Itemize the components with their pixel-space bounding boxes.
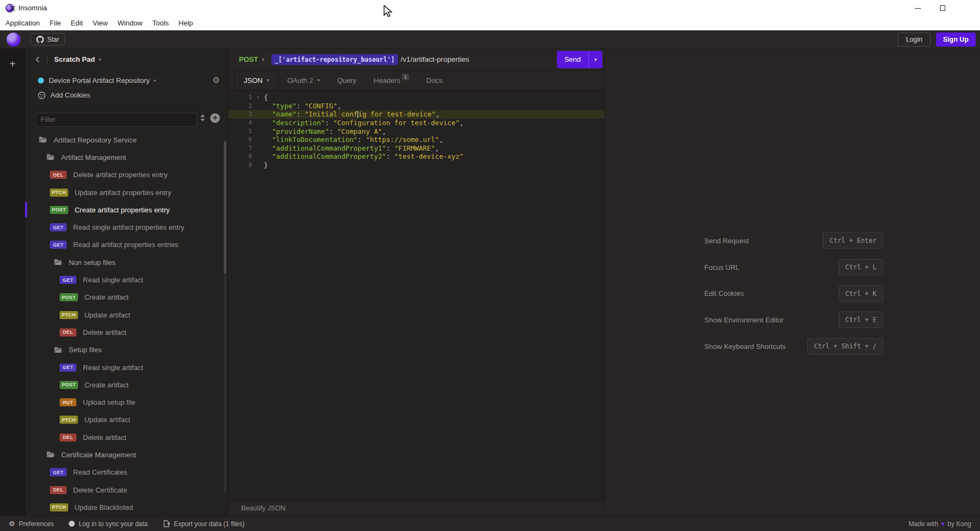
gear-icon: ⚙ <box>9 520 15 527</box>
tab-docs[interactable]: Docs <box>418 70 451 90</box>
menu-item-application[interactable]: Application <box>1 16 45 30</box>
add-request-button[interactable]: + <box>210 113 220 123</box>
fold-caret-icon[interactable]: ▾ <box>252 95 264 100</box>
json-body-editor[interactable]: 1▾{2 "type": "CONFIG",3 "name": "Initial… <box>228 90 605 500</box>
request-item[interactable]: POSTCreate artifact <box>25 289 228 306</box>
line-number: 8 <box>228 153 252 160</box>
request-item[interactable]: GETRead all artifact properties entries <box>25 236 228 254</box>
request-item[interactable]: PTCHUpdate Blacklisted <box>25 498 228 516</box>
export-data-label: Export your data (1 files) <box>174 520 245 528</box>
url-template-tag[interactable]: _['artifact-repository_baseurl'] <box>271 54 398 65</box>
login-sync-button[interactable]: Log in to sync your data <box>69 520 147 528</box>
tab-query[interactable]: Query <box>328 70 365 90</box>
add-cookies-button[interactable]: Add Cookies <box>25 88 228 102</box>
sidebar-scrollbar-thumb[interactable] <box>224 141 226 274</box>
new-project-button[interactable]: + <box>7 59 18 69</box>
beautify-json-bar: Beautify JSON <box>228 500 605 516</box>
menu-item-file[interactable]: File <box>45 16 66 30</box>
shortcut-row: Edit CookiesCtrl + K <box>704 280 883 307</box>
code-text: "linkToDocumentation": "https://some.url… <box>264 135 443 144</box>
code-text: "providerName": "Company A", <box>264 127 386 135</box>
environment-selector[interactable]: Device Portal Artifact Repository ▾ ⚙ <box>25 73 228 88</box>
method-badge: GET <box>60 364 76 372</box>
request-item[interactable]: PUTUpload setup file <box>25 393 228 411</box>
sidebar-header: Scratch Pad ▾ <box>25 49 228 70</box>
menu-item-edit[interactable]: Edit <box>66 16 88 30</box>
environment-caret-icon: ▾ <box>153 78 156 83</box>
method-badge: PTCH <box>60 311 78 319</box>
workspace-caret-icon: ▾ <box>99 57 101 62</box>
tree-folder[interactable]: Artifact Management <box>25 148 228 166</box>
menu-item-tools[interactable]: Tools <box>147 16 173 30</box>
login-button[interactable]: Login <box>898 33 931 47</box>
signup-button[interactable]: Sign Up <box>936 33 976 47</box>
menu-item-help[interactable]: Help <box>174 16 198 30</box>
request-item[interactable]: PTCHUpdate artifact <box>25 411 228 429</box>
tree-item-label: Read single artifact <box>83 364 143 372</box>
code-text: "name": "Initial config for test-device"… <box>264 110 440 118</box>
request-item[interactable]: DELDelete artifact <box>25 429 228 446</box>
code-text: "additionalCommandProperty1": "FIRMWARE"… <box>264 144 439 152</box>
request-item[interactable]: DELDelete artifact <box>25 323 228 341</box>
send-button[interactable]: Send <box>557 51 588 68</box>
close-button[interactable] <box>0 0 25 16</box>
request-item[interactable]: GETRead Certificates <box>25 464 228 481</box>
menu-item-window[interactable]: Window <box>113 16 147 30</box>
request-item[interactable]: GETRead single artifact <box>25 271 228 288</box>
line-number: 5 <box>228 128 252 135</box>
workspace-dropdown[interactable]: Scratch Pad <box>54 55 95 63</box>
tree-folder[interactable]: Artifact Repository Service <box>25 131 228 148</box>
code-line[interactable]: 5 "providerName": "Company A", <box>228 127 605 135</box>
menu-item-view[interactable]: View <box>88 16 113 30</box>
request-item[interactable]: PTCHUpdate artifact properties entry <box>25 184 228 201</box>
request-item[interactable]: POSTCreate artifact properties entry <box>25 201 228 218</box>
code-line[interactable]: 8 "additionalCommandProperty2": "test-de… <box>228 152 605 161</box>
tree-item-label: Read all artifact properties entries <box>73 241 178 249</box>
tab-oauth-2[interactable]: OAuth 2▾ <box>278 70 328 90</box>
request-pane: POST ▾ _['artifact-repository_baseurl'] … <box>228 49 605 516</box>
url-input[interactable]: _['artifact-repository_baseurl'] /v1/art… <box>271 54 557 65</box>
method-dropdown[interactable]: POST <box>239 55 258 63</box>
insomnia-logo <box>7 33 21 47</box>
beautify-json-button[interactable]: Beautify JSON <box>241 504 285 512</box>
shortcut-row: Send RequestCtrl + Enter <box>704 228 883 254</box>
request-item[interactable]: GETRead single artifact properties entry <box>25 218 228 236</box>
method-badge: PTCH <box>50 189 68 197</box>
code-line[interactable]: 9} <box>228 161 605 170</box>
request-item[interactable]: DELDelete artifact properties entry <box>25 166 228 184</box>
request-item[interactable]: GETRead single artifact <box>25 359 228 376</box>
environment-settings-gear-icon[interactable]: ⚙ <box>213 76 220 84</box>
shortcut-keys: Ctrl + Shift + / <box>807 338 883 354</box>
tree-folder[interactable]: Certificate Management <box>25 446 228 463</box>
request-item[interactable]: POSTCreate artifact <box>25 376 228 393</box>
request-item[interactable]: PTCHUpdate artifact <box>25 306 228 323</box>
send-options-button[interactable]: ▾ <box>588 51 602 68</box>
back-chevron-icon[interactable] <box>34 56 42 63</box>
tree-folder[interactable]: Non setup files <box>25 254 228 271</box>
tree-item-label: Update artifact properties entry <box>75 189 171 197</box>
code-line[interactable]: 1▾{ <box>228 93 605 102</box>
url-bar: POST ▾ _['artifact-repository_baseurl'] … <box>228 49 605 70</box>
preferences-button[interactable]: ⚙ Preferences <box>9 520 54 528</box>
minimize-button[interactable] <box>905 0 930 16</box>
code-line[interactable]: 3 "name": "Initial config for test-devic… <box>228 110 605 119</box>
code-line[interactable]: 4 "description": "Configuration for test… <box>228 119 605 127</box>
github-star-button[interactable]: Star <box>30 33 65 46</box>
selected-indicator <box>25 202 27 217</box>
tab-headers[interactable]: Headers1 <box>365 70 418 90</box>
filter-input[interactable] <box>36 113 197 127</box>
sort-requests-button[interactable] <box>200 114 205 121</box>
tab-json[interactable]: JSON▾ <box>235 70 278 90</box>
code-line[interactable]: 2 "type": "CONFIG", <box>228 102 605 111</box>
maximize-button[interactable] <box>930 0 955 16</box>
tree-folder[interactable]: Setup files <box>25 341 228 359</box>
code-line[interactable]: 6 "linkToDocumentation": "https://some.u… <box>228 135 605 144</box>
method-badge: POST <box>60 293 78 301</box>
environment-label: Device Portal Artifact Repository <box>49 76 150 85</box>
export-data-button[interactable]: Export your data (1 files) <box>163 520 245 528</box>
sidebar-scrollbar[interactable] <box>224 141 226 493</box>
request-item[interactable]: DELDelete Certificate <box>25 481 228 498</box>
environment-color-dot <box>38 77 44 83</box>
sync-dot-icon <box>69 521 75 527</box>
code-line[interactable]: 7 "additionalCommandProperty1": "FIRMWAR… <box>228 144 605 153</box>
